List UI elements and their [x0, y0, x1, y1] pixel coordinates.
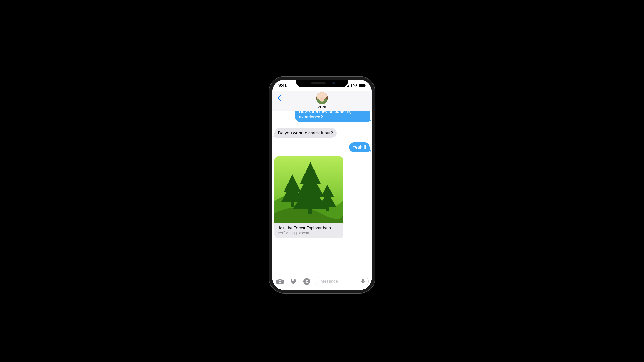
- link-preview-card[interactable]: Join the Forest Explorer beta testflight…: [274, 156, 343, 238]
- chat-header: Ailish: [272, 91, 372, 111]
- phone-frame: 9:41 Ailish: [269, 77, 375, 293]
- digital-touch-icon: [290, 278, 297, 285]
- message-list[interactable]: How's the new on boarding experience? Do…: [272, 111, 372, 275]
- message-text: Yeah!!!: [353, 145, 366, 150]
- camera-button[interactable]: [275, 277, 285, 286]
- message-sent: How's the new on boarding experience?: [274, 111, 370, 122]
- message-input[interactable]: iMessage: [316, 277, 369, 286]
- link-preview-image: [274, 156, 343, 223]
- camera-icon: [276, 278, 284, 285]
- link-preview-title: Join the Forest Explorer beta: [278, 226, 340, 230]
- status-time: 9:41: [278, 83, 287, 88]
- wifi-icon: [353, 84, 358, 87]
- message-placeholder: iMessage: [319, 279, 359, 284]
- message-bubble[interactable]: How's the new on boarding experience?: [295, 111, 370, 122]
- back-button[interactable]: [275, 94, 284, 102]
- svg-rect-7: [291, 200, 294, 207]
- svg-rect-3: [351, 84, 352, 87]
- svg-rect-5: [359, 84, 365, 87]
- link-preview-url: testflight.apple.com: [278, 231, 340, 235]
- svg-rect-2: [350, 85, 350, 87]
- message-text: Do you want to check it out?: [278, 131, 333, 135]
- svg-rect-1: [348, 85, 349, 87]
- svg-rect-6: [365, 85, 366, 86]
- svg-rect-13: [362, 279, 364, 282]
- compose-bar: iMessage: [272, 275, 372, 290]
- message-bubble[interactable]: Do you want to check it out?: [274, 128, 337, 138]
- cellular-icon: [347, 84, 352, 87]
- svg-point-4: [355, 86, 356, 87]
- forest-trees-icon: [274, 156, 343, 223]
- appstore-icon: [303, 278, 311, 285]
- digital-touch-button[interactable]: [289, 277, 298, 286]
- svg-rect-0: [347, 86, 348, 87]
- mic-icon: [361, 279, 365, 284]
- appstore-button[interactable]: [302, 277, 311, 286]
- mic-button[interactable]: [359, 278, 367, 285]
- device-notch: [296, 79, 348, 87]
- chevron-left-icon: [277, 95, 281, 101]
- message-bubble[interactable]: Yeah!!!: [349, 142, 370, 152]
- battery-icon: [359, 84, 366, 87]
- message-received: Do you want to check it out?: [274, 128, 370, 138]
- contact-avatar[interactable]: [316, 92, 328, 104]
- contact-name: Ailish: [318, 105, 326, 109]
- screen: 9:41 Ailish: [272, 80, 372, 290]
- message-sent: Yeah!!!: [274, 142, 370, 152]
- svg-rect-8: [308, 207, 312, 214]
- svg-rect-9: [326, 205, 329, 211]
- message-text: How's the new on boarding experience?: [299, 111, 352, 119]
- svg-point-11: [279, 281, 281, 282]
